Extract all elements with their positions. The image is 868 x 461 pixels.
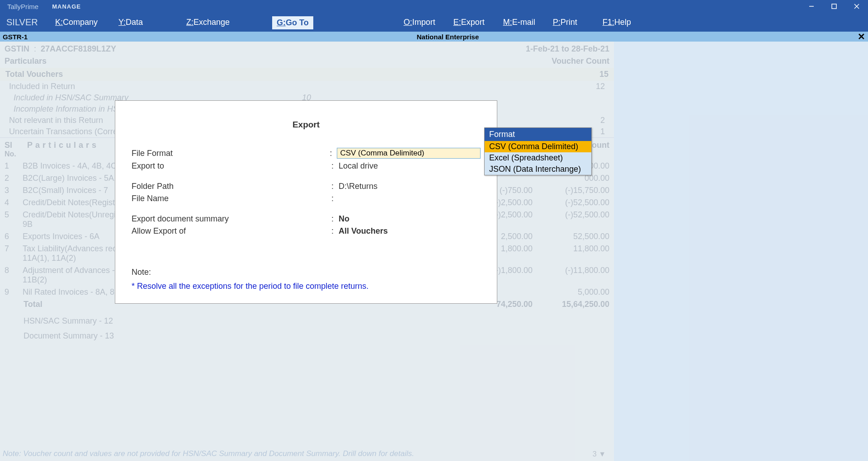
note-label: Note: <box>132 268 481 277</box>
dialog-title: Export <box>132 120 481 130</box>
format-option-excel[interactable]: Excel (Spreadsheet) <box>485 152 591 164</box>
format-option-json[interactable]: JSON (Data Interchange) <box>485 164 591 175</box>
app-name: TallyPrime <box>0 3 38 10</box>
menu-help[interactable]: F1:Help <box>598 13 643 32</box>
note-text: * Resolve all the exceptions for the per… <box>132 282 481 291</box>
titlebar: TallyPrime MANAGE <box>0 0 868 13</box>
menu-export[interactable]: E:Export <box>449 13 499 32</box>
export-to-label: Export to <box>132 161 331 171</box>
report-name: GSTR-1 <box>0 33 28 41</box>
export-summary-value[interactable]: No <box>339 214 349 224</box>
menubar: SILVER K:Company Y:Data Z:Exchange G:Go … <box>0 13 868 32</box>
company-name: National Enterprise <box>417 33 479 41</box>
folder-path-label: Folder Path <box>132 182 331 191</box>
menu-exchange[interactable]: Z:Exchange <box>182 13 272 32</box>
export-dialog: Export File Format : Export to : Local d… <box>115 100 497 304</box>
menu-company[interactable]: K:Company <box>51 13 114 32</box>
edition-label: SILVER <box>0 17 51 28</box>
svg-rect-1 <box>832 4 836 9</box>
allow-export-label: Allow Export of <box>132 226 331 236</box>
manage-label[interactable]: MANAGE <box>52 3 81 10</box>
format-dropdown: Format CSV (Comma Delimited) Excel (Spre… <box>484 127 592 175</box>
menu-email[interactable]: M:E-mail <box>499 13 548 32</box>
menu-goto[interactable]: G:Go To <box>272 15 313 29</box>
format-option-csv[interactable]: CSV (Comma Delimited) <box>485 141 591 152</box>
menu-data[interactable]: Y:Data <box>114 13 182 32</box>
maximize-icon[interactable] <box>823 0 845 13</box>
file-format-field[interactable] <box>337 148 481 159</box>
close-icon[interactable]: ✕ <box>858 32 865 42</box>
format-dropdown-title: Format <box>485 128 591 141</box>
file-name-label: File Name <box>132 194 331 203</box>
context-bar: GSTR-1 National Enterprise ✕ <box>0 32 868 42</box>
menu-print[interactable]: P:Print <box>548 13 598 32</box>
minimize-icon[interactable] <box>800 0 823 13</box>
file-format-label: File Format <box>132 149 330 158</box>
menu-import[interactable]: O:Import <box>399 13 449 32</box>
export-summary-label: Export document summary <box>132 214 331 224</box>
folder-path-value[interactable]: D:\Returns <box>339 182 377 191</box>
allow-export-value[interactable]: All Vouchers <box>339 226 388 236</box>
export-to-value[interactable]: Local drive <box>339 161 378 171</box>
close-icon[interactable] <box>845 0 868 13</box>
